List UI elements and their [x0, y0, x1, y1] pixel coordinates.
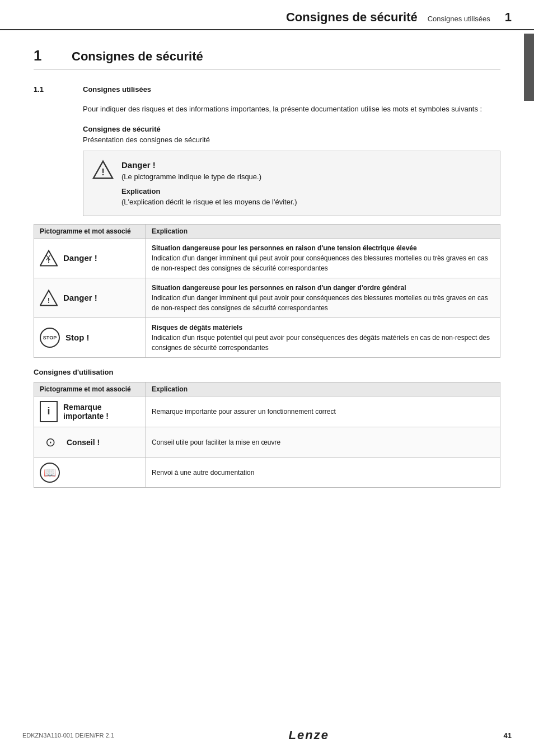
header-page-num: 1 [505, 10, 512, 25]
right-tab [524, 34, 534, 101]
section-title: Consignes utilisées [83, 85, 151, 94]
security-expl-bold: Situation dangereuse pour les personnes … [152, 243, 494, 253]
security-word: Stop ! [65, 333, 90, 342]
security-table-row: ! Danger ! Situation dangereuse pour les… [34, 278, 500, 318]
security-expl: Indication d'un risque potentiel qui peu… [152, 334, 490, 352]
utilisation-icon-cell: 📖 [34, 458, 146, 487]
example-word: Danger ! [121, 159, 297, 172]
utilisation-table-row: ⊙ Conseil ! Conseil utile pour faciliter… [34, 427, 500, 458]
example-safety-box: ! Danger ! (Le pictogramme indique le ty… [83, 151, 500, 216]
page-footer: EDKZN3A110-001 DE/EN/FR 2.1 Lenze 41 [0, 728, 534, 743]
example-exp-label: Explication [121, 186, 297, 197]
chapter-title: Consignes de sécurité [72, 49, 203, 64]
section-num: 1.1 [34, 85, 67, 94]
security-word: Danger ! [63, 293, 97, 302]
header-subtitle: Consignes utilisées [428, 15, 490, 23]
warning-general-icon: ! [40, 289, 58, 307]
security-table-row: STOP Stop ! Risques de dégâts matériels … [34, 318, 500, 357]
utilisation-table-row: i Remarqueimportante ! Remarque importan… [34, 396, 500, 427]
header-title: Consignes de sécurité [286, 10, 418, 25]
chapter-num: 1 [34, 47, 56, 64]
info-icon: i [40, 401, 58, 422]
security-table-col1: Pictogramme et mot associé [34, 224, 146, 238]
utilisation-expl: Remarque importante pour assurer un fonc… [152, 408, 336, 416]
main-content: 1 Consignes de sécurité 1.1 Consignes ut… [0, 30, 534, 515]
stop-icon: STOP [40, 328, 60, 348]
security-expl-bold: Risques de dégâts matériels [152, 323, 494, 333]
example-exp-text: (L'explication décrit le risque et les m… [121, 197, 297, 208]
intro-text: Pour indiquer des risques et des informa… [83, 104, 500, 115]
utilisation-expl: Renvoi à une autre documentation [152, 469, 254, 477]
utilisation-word: Remarqueimportante ! [63, 403, 109, 421]
security-expl-cell: Risques de dégâts matériels Indication d… [146, 318, 500, 357]
utilisation-expl-cell: Renvoi à une autre documentation [146, 458, 500, 487]
utilisation-expl-cell: Remarque importante pour assurer un fonc… [146, 396, 500, 427]
utilisation-table-col1: Pictogramme et mot associé [34, 382, 146, 396]
utilisation-expl-cell: Conseil utile pour faciliter la mise en … [146, 427, 500, 458]
security-table-col2: Explication [146, 224, 500, 238]
security-expl: Indication d'un danger imminent qui peut… [152, 294, 488, 312]
security-expl: Indication d'un danger imminent qui peut… [152, 254, 488, 272]
security-expl-cell: Situation dangereuse pour les personnes … [146, 278, 500, 318]
security-table-row: ! Danger ! Situation dangereuse pour les… [34, 238, 500, 278]
security-icon-cell: STOP Stop ! [34, 318, 146, 357]
section-heading: 1.1 Consignes utilisées [34, 85, 500, 94]
security-expl-bold: Situation dangereuse pour les personnes … [152, 283, 494, 293]
security-expl-cell: Situation dangereuse pour les personnes … [146, 238, 500, 278]
utilisation-expl: Conseil utile pour faciliter la mise en … [152, 438, 280, 446]
footer-ref: EDKZN3A110-001 DE/EN/FR 2.1 [22, 732, 114, 739]
utilisation-table: Pictogramme et mot associé Explication i… [34, 382, 500, 488]
utilisation-table-col2: Explication [146, 382, 500, 396]
conseil-icon: ⊙ [40, 432, 61, 453]
security-word: Danger ! [63, 253, 97, 263]
footer-page: 41 [504, 731, 512, 740]
security-icon-cell: ! Danger ! [34, 278, 146, 318]
chapter-heading: 1 Consignes de sécurité [34, 47, 500, 69]
utilisation-icon-cell: ⊙ Conseil ! [34, 427, 146, 458]
safety-section-label: Consignes de sécurité [83, 125, 500, 133]
book-icon: 📖 [40, 463, 60, 483]
svg-text:!: ! [48, 296, 50, 305]
warning-icon-example: ! [92, 159, 114, 180]
utilisation-icon-cell: i Remarqueimportante ! [34, 396, 146, 427]
page-header: Consignes de sécurité Consignes utilisée… [0, 0, 534, 30]
example-sub: (Le pictogramme indique le type de risqu… [121, 171, 297, 183]
utilisation-word: Conseil ! [67, 438, 100, 447]
warning-electric-icon: ! [40, 249, 58, 267]
utilisation-label: Consignes d'utilisation [34, 368, 500, 376]
svg-text:!: ! [101, 167, 105, 178]
safety-section-desc: Présentation des consignes de sécurité [83, 136, 500, 144]
security-table: Pictogramme et mot associé Explication !… [34, 224, 500, 358]
footer-logo: Lenze [289, 728, 329, 743]
utilisation-table-row: 📖 Renvoi à une autre documentation [34, 458, 500, 487]
security-icon-cell: ! Danger ! [34, 238, 146, 278]
